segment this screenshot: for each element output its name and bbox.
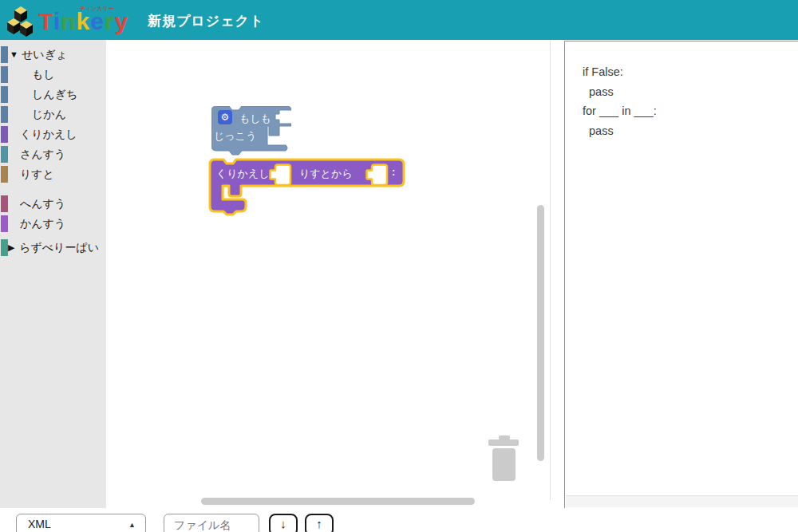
toolbox-item-label: りすと [20,164,54,184]
app-root: Tinkery ティンカリー 新規プロジェクト ▼ せいぎょ もし しんぎち じ… [0,0,798,532]
workspace-horizontal-scrollbar[interactable] [201,498,475,505]
for-loop-block[interactable]: くりかえし りすとから : [206,155,409,220]
category-color-bar [1,106,8,123]
format-select-value: XML [28,514,51,532]
category-color-bar [1,146,8,163]
toolbox-item-moshi[interactable]: もし [0,65,106,85]
dropdown-arrow-icon: ▲ [128,515,136,532]
toolbox-item-hensuu[interactable]: へんすう [0,194,106,214]
toolbox-item-label: せいぎょ [22,45,67,65]
toolbox-item-label: くりかえし [20,124,77,144]
code-line: for ___ in ___: [583,101,657,121]
category-color-bar [1,215,8,232]
toolbox-item-label: らずべりーぱい [19,238,99,258]
tree-collapsed-icon: ▶ [8,238,14,258]
toolbox-item-jikan[interactable]: じかん [0,104,106,124]
logo-cubes-icon [6,6,35,38]
upload-arrow-icon: ↑ [316,517,322,530]
toolbox-sidebar: ▼ せいぎょ もし しんぎち じかん くりかえし さんすう りすと [0,40,106,508]
toolbox-item-kansuu[interactable]: かんすう [0,214,106,234]
toolbox-item-label: さんすう [20,144,65,164]
toolbox-item-kurikaeshi[interactable]: くりかえし [0,124,106,144]
app-header: Tinkery ティンカリー 新規プロジェクト [0,0,798,40]
if-block-label: もしも [239,112,271,126]
toolbox-item-label: じかん [32,104,66,124]
download-button[interactable]: ↓ [269,514,298,532]
category-color-bar [1,46,8,63]
toolbox-item-label: かんすう [20,214,65,234]
trash-icon[interactable] [487,435,520,485]
toolbox-item-label: もし [32,65,55,85]
code-panel-scroll-track [566,495,798,507]
logo-furigana: ティンカリー [80,5,114,13]
mutator-gear-icon[interactable]: ⚙ [218,110,232,124]
if-block[interactable]: ⚙ もしも じっこう [211,106,291,157]
format-select[interactable]: XML ▲ [16,514,146,532]
do-label: じっこう [214,129,256,144]
code-line: pass [583,121,657,141]
category-color-bar [1,239,8,256]
category-color-bar [1,195,8,212]
toolbox-item-label: へんすう [20,194,65,214]
code-line: if False: [583,62,657,82]
code-line: pass [583,82,657,102]
code-output-panel: if False: pass for ___ in ___: pass [564,41,798,509]
generated-code: if False: pass for ___ in ___: pass [583,62,657,140]
category-color-bar [1,166,8,183]
bottom-bar: XML ▲ ↓ ↑ [0,508,798,532]
category-color-bar [1,86,8,103]
download-arrow-icon: ↓ [280,517,286,530]
toolbox-item-risuto[interactable]: りすと [0,164,106,184]
colon-label: : [392,166,395,178]
tree-expanded-icon: ▼ [10,45,18,65]
repeat-label: くりかえし [216,167,270,181]
value-socket[interactable] [365,164,389,187]
toolbox-item-seigyo[interactable]: ▼ せいぎょ [0,45,106,65]
toolbox-item-sansuu[interactable]: さんすう [0,144,106,164]
workspace-vertical-scrollbar[interactable] [537,205,544,461]
category-color-bar [1,126,8,143]
toolbox-item-label: しんぎち [32,85,77,104]
project-title: 新規プロジェクト [148,12,264,30]
filename-input[interactable] [164,514,259,532]
upload-button[interactable]: ↑ [305,514,334,532]
workspace-right-edge [550,41,551,500]
toolbox-item-shingichi[interactable]: しんぎち [0,85,106,104]
value-socket[interactable] [269,164,292,187]
category-color-bar [1,66,8,83]
from-list-label: りすとから [299,167,353,181]
toolbox-item-raspberry-pi[interactable]: ▶ らずべりーぱい [0,238,106,258]
